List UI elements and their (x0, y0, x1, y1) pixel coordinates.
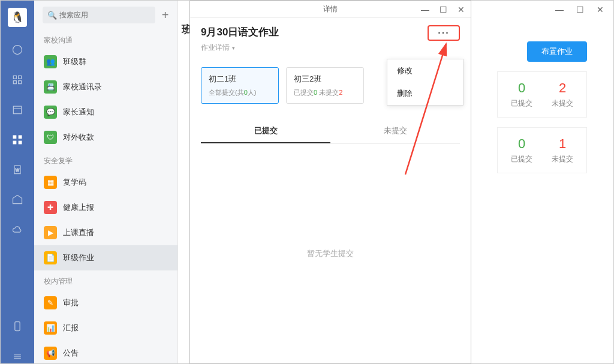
homework-subtitle-dropdown[interactable]: 作业详情 ▾ (201, 43, 460, 53)
svg-rect-8 (19, 136, 22, 139)
add-app-button[interactable]: + (161, 8, 169, 22)
section-label-3: 校内管理 (34, 270, 177, 290)
submitted-count: 0 (501, 136, 542, 152)
outer-maximize-button[interactable]: ☐ (575, 5, 585, 14)
report-icon: 📊 (44, 321, 57, 335)
submitted-label: 已提交 (501, 154, 542, 164)
assign-homework-button[interactable]: 布置作业 (527, 41, 587, 62)
detail-minimize-button[interactable]: — (420, 5, 430, 14)
class-stats: 已提交0 未提交2 (294, 88, 356, 97)
detail-close-button[interactable]: ✕ (456, 5, 466, 14)
health-icon: ✚ (44, 201, 57, 214)
submitted-count: 0 (501, 80, 542, 96)
sidebar-item-resumecode[interactable]: ▦复学码 (34, 170, 177, 195)
calendar-icon[interactable] (10, 103, 25, 117)
phone-icon[interactable] (10, 319, 25, 333)
svg-point-0 (13, 46, 22, 55)
sidebar-item-label: 复学码 (63, 177, 86, 188)
sidebar-item-report[interactable]: 📊汇报 (34, 315, 177, 341)
search-icon: 🔍 (47, 11, 57, 20)
svg-marker-13 (13, 195, 22, 204)
svg-rect-1 (13, 76, 16, 79)
wechat-icon: 💬 (44, 106, 57, 119)
qr-icon: ▦ (44, 176, 57, 189)
sidebar-item-collect[interactable]: 🛡对外收款 (34, 125, 177, 150)
right-panels: 布置作业 0已提交 2未提交 0已提交 1未提交 (497, 41, 587, 173)
class-name: 初二1班 (209, 74, 271, 85)
svg-rect-14 (15, 322, 20, 331)
sidebar-item-homework[interactable]: 📄班级作业 (34, 245, 177, 270)
section-label-1: 家校沟通 (34, 29, 177, 49)
class-card-2[interactable]: 初三2班 已提交0 未提交2 (286, 67, 364, 104)
unsubmitted-count: 1 (542, 136, 583, 152)
search-input[interactable] (43, 7, 155, 23)
class-stats: 全部提交(共0人) (209, 88, 271, 97)
contacts-icon[interactable] (10, 73, 25, 87)
stat-block-2[interactable]: 0已提交 1未提交 (497, 127, 587, 173)
homework-icon: 📄 (44, 251, 57, 264)
shield-icon: 🛡 (44, 131, 57, 144)
sidebar-item-contacts[interactable]: 📇家校通讯录 (34, 74, 177, 100)
sidebar-item-label: 班级群 (63, 56, 86, 67)
avatar[interactable]: 🐧 (8, 8, 27, 27)
dropdown-edit[interactable]: 修改 (387, 59, 463, 82)
sidebar-item-label: 汇报 (63, 323, 79, 333)
tab-unsubmitted[interactable]: 未提交 (330, 119, 460, 143)
sidebar-item-label: 公告 (63, 348, 79, 359)
outer-close-button[interactable]: ✕ (595, 5, 605, 14)
homework-title: 9月30日语文作业 (201, 25, 460, 39)
dropdown-delete[interactable]: 删除 (387, 82, 463, 105)
empty-state: 暂无学生提交 (201, 144, 460, 363)
detail-titlebar: 详情 — ☐ ✕ (190, 1, 471, 18)
sidebar-item-label: 对外收款 (63, 132, 94, 143)
submitted-label: 已提交 (501, 98, 542, 109)
sidebar-item-approval[interactable]: ✎审批 (34, 290, 177, 315)
approval-icon: ✎ (44, 296, 57, 309)
svg-rect-2 (19, 76, 22, 79)
live-icon: ▶ (44, 226, 57, 239)
detail-maximize-button[interactable]: ☐ (438, 5, 448, 14)
more-options-button[interactable]: ··· (428, 25, 460, 41)
menu-icon[interactable] (10, 349, 25, 363)
stat-block-1[interactable]: 0已提交 2未提交 (497, 71, 587, 118)
detail-window: 详情 — ☐ ✕ 9月30日语文作业 作业详情 ▾ ··· 修改 删除 (189, 1, 471, 364)
caret-down-icon: ▾ (232, 45, 235, 51)
docs-icon[interactable]: W (10, 163, 25, 177)
unsubmitted-label: 未提交 (542, 154, 583, 164)
sidebar-item-label: 家校通讯录 (63, 82, 102, 92)
sidebar-item-label: 审批 (63, 297, 79, 308)
tab-submitted[interactable]: 已提交 (201, 119, 330, 143)
sidebar-item-label: 家长通知 (63, 107, 94, 118)
sidebar-item-parentnotice[interactable]: 💬家长通知 (34, 100, 177, 125)
svg-rect-3 (13, 81, 16, 84)
sidebar-item-live[interactable]: ▶上课直播 (34, 220, 177, 245)
cloud-icon[interactable] (10, 222, 25, 237)
chat-icon[interactable] (10, 43, 25, 57)
svg-rect-7 (13, 136, 17, 139)
section-label-2: 安全复学 (34, 150, 177, 170)
sidebar-item-classgroup[interactable]: 👥班级群 (34, 49, 177, 74)
more-options-dropdown: 修改 删除 (387, 59, 463, 106)
outer-minimize-button[interactable]: — (555, 5, 564, 14)
svg-text:W: W (16, 168, 20, 172)
svg-rect-10 (19, 141, 22, 145)
drive-icon[interactable] (10, 192, 25, 207)
class-card-1[interactable]: 初二1班 全部提交(共0人) (201, 67, 279, 104)
contacts-icon: 📇 (44, 80, 57, 94)
sidebar: 🔍 + 家校沟通 👥班级群 📇家校通讯录 💬家长通知 🛡对外收款 安全复学 ▦复… (34, 1, 178, 363)
group-icon: 👥 (44, 55, 57, 68)
workbench-icon[interactable] (10, 133, 25, 147)
svg-rect-4 (19, 81, 22, 84)
sidebar-item-health[interactable]: ✚健康上报 (34, 195, 177, 220)
detail-window-title: 详情 (323, 4, 338, 14)
sidebar-item-label: 健康上报 (63, 202, 94, 213)
svg-rect-5 (13, 106, 21, 114)
nav-rail: 🐧 W (1, 1, 34, 363)
homework-subtitle-text: 作业详情 (201, 43, 230, 53)
sidebar-item-label: 上课直播 (63, 227, 94, 238)
unsubmitted-label: 未提交 (542, 98, 583, 109)
sidebar-item-announce[interactable]: 📢公告 (34, 341, 177, 363)
announce-icon: 📢 (44, 347, 57, 360)
svg-rect-9 (13, 141, 17, 145)
class-name: 初三2班 (294, 74, 356, 85)
